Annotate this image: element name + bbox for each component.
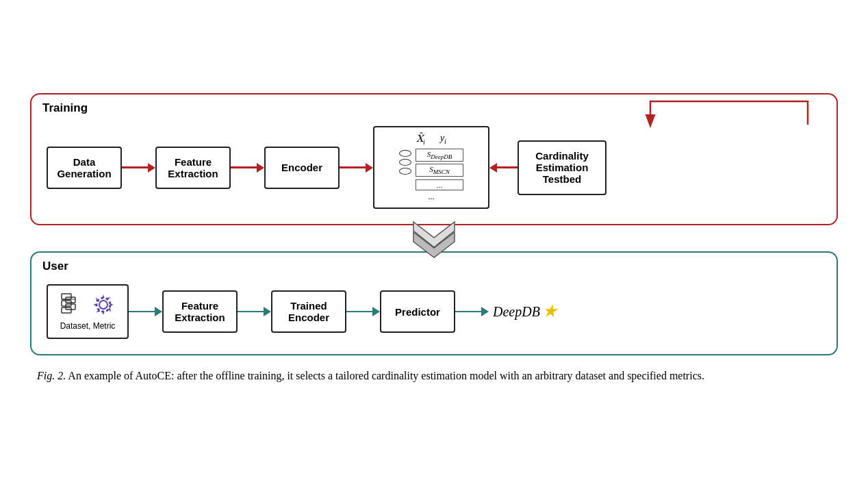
dataset-icons [60, 292, 115, 317]
caption: Fig. 2. An example of AutoCE: after the … [30, 368, 838, 385]
star-icon: ★ [543, 303, 557, 320]
trained-encoder-block: Trained Encoder [271, 290, 346, 333]
db-labels: SDeepDB SMSCN ... [416, 149, 463, 190]
gear-icon [92, 293, 115, 316]
svg-point-8 [99, 301, 107, 309]
db-cyl-3 [399, 168, 411, 175]
page-container: Training Data Generation [30, 93, 838, 385]
cardinality-block: Cardinality Estimation Testbed [518, 140, 607, 195]
db-header: X̄i yi [416, 133, 446, 146]
arrow-user-1 [129, 307, 162, 316]
user-label: User [42, 260, 68, 273]
output-label: DeepDB ★ [493, 303, 557, 320]
training-row: Data Generation Feature Extraction [47, 126, 821, 209]
db-cyl-2 [399, 159, 411, 166]
svg-rect-4 [62, 307, 71, 313]
arrow-2 [231, 163, 264, 173]
user-box: User [30, 251, 838, 355]
arrow-cardinality-to-db [489, 163, 518, 173]
caption-label: Fig. 2. [37, 370, 66, 381]
svg-rect-2 [62, 294, 71, 299]
training-label: Training [42, 101, 88, 115]
training-inner: Data Generation Feature Extraction [47, 126, 821, 209]
data-generation-block: Data Generation [47, 147, 122, 189]
database-block: X̄i yi SDeepDB [373, 126, 489, 209]
db-dots: ... [416, 179, 463, 190]
encoder-block: Encoder [264, 147, 340, 189]
dataset-label: Dataset, Metric [60, 321, 116, 331]
db-row-2: SMSCN [416, 164, 463, 177]
db-row-1: SDeepDB [416, 149, 463, 162]
output-text: DeepDB [493, 304, 540, 320]
arrow-user-4 [455, 307, 489, 316]
db-cylinders [399, 150, 411, 175]
caption-text: An example of AutoCE: after the offline … [68, 370, 704, 381]
arrow-3 [340, 163, 373, 173]
svg-rect-5 [66, 297, 75, 303]
db-extra-dots: ... [429, 192, 435, 202]
svg-rect-3 [62, 301, 71, 306]
feature-extraction-training-block: Feature Extraction [155, 147, 231, 189]
db-col1: X̄i [416, 133, 425, 146]
dataset-block: Dataset, Metric [47, 284, 129, 339]
db-rows: SDeepDB SMSCN ... [399, 149, 463, 190]
chevron-svg [407, 218, 461, 260]
diagram-area: Training Data Generation [30, 93, 838, 355]
feedback-arrow-svg [465, 95, 821, 129]
predictor-block: Predictor [380, 290, 455, 333]
svg-rect-6 [66, 304, 75, 310]
database-icon [60, 292, 86, 317]
training-box: Training Data Generation [30, 93, 838, 225]
arrow-user-2 [238, 307, 271, 316]
feature-extraction-user-block: Feature Extraction [162, 290, 238, 333]
arrow-1 [122, 163, 155, 173]
db-col2: yi [440, 133, 446, 146]
chevron-transfer [30, 218, 838, 260]
db-cyl-1 [399, 150, 411, 157]
arrow-user-3 [346, 307, 380, 316]
user-row: Dataset, Metric Feature Extraction [47, 284, 821, 339]
